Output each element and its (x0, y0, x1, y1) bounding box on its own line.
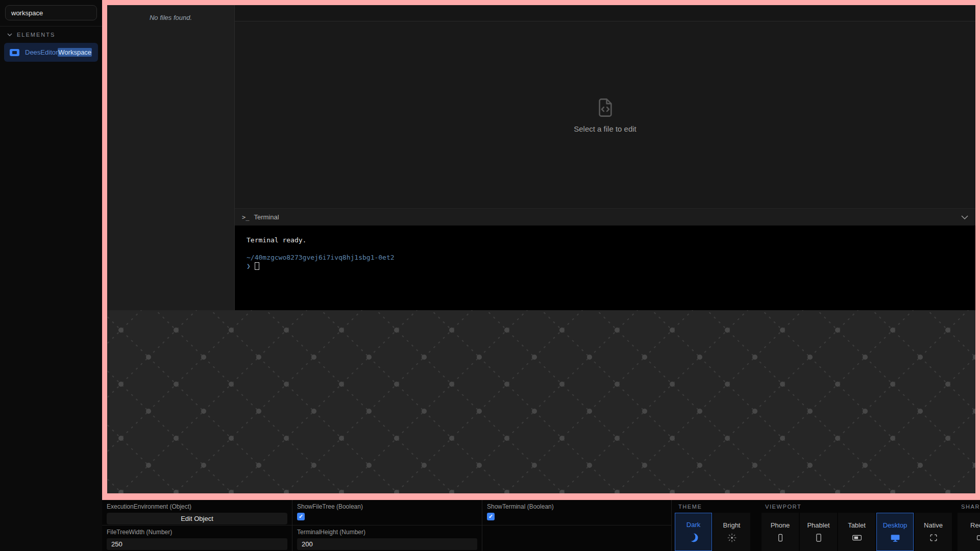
tile-label: Phablet (807, 521, 829, 529)
prop-execution-environment: ExecutionEnvironment (Object) Edit Objec… (102, 500, 292, 525)
search-input[interactable] (5, 5, 97, 20)
file-tree-width-input[interactable] (107, 538, 287, 550)
viewport-tile-native[interactable]: Native (915, 513, 952, 551)
theme-tile-dark[interactable]: Dark (675, 513, 712, 551)
prop-show-terminal: ShowTerminal (Boolean) ✓ (482, 500, 671, 525)
tile-label: Record (970, 521, 980, 529)
tile-label: Native (924, 521, 943, 529)
demo-pattern-background (107, 310, 975, 493)
viewport-section: VIEWPORT Phone Phablet Tablet (762, 500, 952, 551)
viewport-tile-desktop[interactable]: Desktop (876, 513, 914, 551)
share-tile-record[interactable]: Record (958, 513, 980, 551)
tablet-icon (851, 533, 863, 543)
phone-icon (775, 533, 786, 543)
prop-empty-cell (482, 525, 671, 551)
phablet-icon (814, 533, 824, 543)
elements-section-label: ELEMENTS (17, 32, 55, 38)
theme-section: THEME Dark Bright (675, 500, 750, 551)
demo-highlight-frame: No files found. Select a file to edit >_… (102, 0, 980, 500)
terminal-prompt-line: ❯ (247, 262, 964, 270)
terminal-cwd-line: ~/40mzgcwo8273gvej6i7ivq8hj1sbg1-0et2 (247, 253, 964, 262)
desktop-icon (890, 533, 901, 543)
terminal-prompt-icon: >_ (242, 214, 249, 221)
terminal-title: Terminal (254, 213, 279, 221)
editor-panel: Select a file to edit >_ Terminal Termin… (235, 5, 975, 310)
terminal-output[interactable]: Terminal ready. ~/40mzgcwo8273gvej6i7ivq… (235, 226, 975, 310)
native-fullscreen-icon (928, 533, 939, 543)
moon-icon (688, 532, 699, 543)
share-section: SHARE Record (958, 500, 980, 551)
elements-section-header[interactable]: ELEMENTS (0, 27, 102, 42)
element-card-icon (10, 49, 19, 56)
element-label: DeesEditorWorkspace (25, 48, 92, 56)
prop-file-tree-width: FileTreeWidth (Number) (102, 525, 292, 551)
editor-empty-state: Select a file to edit (235, 21, 975, 208)
viewport-tiles: Phone Phablet Tablet Desktop (762, 513, 952, 551)
prop-show-file-tree: ShowFileTree (Boolean) ✓ (292, 500, 482, 525)
element-catalog-sidebar: ELEMENTS DeesEditorWorkspace (0, 0, 102, 551)
file-tree-panel: No files found. (107, 5, 235, 310)
terminal-ready-line: Terminal ready. (247, 236, 964, 244)
editor-empty-text: Select a file to edit (574, 124, 636, 133)
properties-toolbar: ExecutionEnvironment (Object) Edit Objec… (102, 500, 980, 551)
edit-object-button[interactable]: Edit Object (107, 513, 287, 524)
tile-label: Phone (771, 521, 790, 529)
viewport-tile-phone[interactable]: Phone (762, 513, 799, 551)
viewport-section-header: VIEWPORT (762, 500, 952, 513)
prop-label: ExecutionEnvironment (Object) (107, 503, 287, 510)
prop-label: FileTreeWidth (Number) (107, 529, 287, 536)
tile-label: Bright (723, 521, 741, 529)
prop-label: ShowTerminal (Boolean) (487, 503, 667, 510)
element-label-prefix: DeesEditor (25, 48, 58, 56)
element-label-search-match: Workspace (58, 48, 92, 57)
diamond-lattice-pattern (107, 310, 975, 493)
prop-column-1: ExecutionEnvironment (Object) Edit Objec… (102, 500, 292, 551)
theme-tile-bright[interactable]: Bright (713, 513, 750, 551)
chevron-down-icon[interactable] (961, 215, 968, 219)
editor-tab-bar (235, 5, 975, 21)
terminal-cursor (255, 262, 259, 270)
prop-label: TerminalHeight (Number) (297, 529, 477, 536)
component-preview: No files found. Select a file to edit >_… (107, 5, 975, 493)
theme-section-header: THEME (675, 500, 750, 513)
chevron-down-icon (7, 33, 12, 36)
terminal-prompt-glyph: ❯ (247, 262, 251, 270)
dees-editor-workspace-component: No files found. Select a file to edit >_… (107, 5, 975, 310)
viewport-tile-tablet[interactable]: Tablet (838, 513, 875, 551)
file-code-icon (595, 97, 616, 118)
tile-label: Desktop (883, 521, 908, 529)
prop-column-2: ShowFileTree (Boolean) ✓ TerminalHeight … (292, 500, 482, 551)
sun-icon (727, 533, 737, 543)
file-tree-empty-text: No files found. (107, 14, 234, 21)
terminal-collapse-bar[interactable]: >_ Terminal (235, 208, 975, 226)
terminal-blank-line (247, 244, 964, 253)
sidebar-item-dees-editor-workspace[interactable]: DeesEditorWorkspace (4, 43, 98, 62)
prop-label: ShowFileTree (Boolean) (297, 503, 477, 510)
show-terminal-checkbox[interactable]: ✓ (487, 513, 495, 520)
show-file-tree-checkbox[interactable]: ✓ (297, 513, 305, 520)
terminal-height-input[interactable] (297, 538, 477, 550)
tile-label: Dark (687, 521, 700, 529)
share-section-header: SHARE (958, 500, 980, 513)
share-tiles: Record (958, 513, 980, 551)
video-camera-icon (975, 533, 980, 543)
tile-label: Tablet (848, 521, 866, 529)
prop-column-3: ShowTerminal (Boolean) ✓ (482, 500, 672, 551)
viewport-tile-phablet[interactable]: Phablet (800, 513, 837, 551)
prop-terminal-height: TerminalHeight (Number) (292, 525, 482, 551)
theme-tiles: Dark Bright (675, 513, 750, 551)
